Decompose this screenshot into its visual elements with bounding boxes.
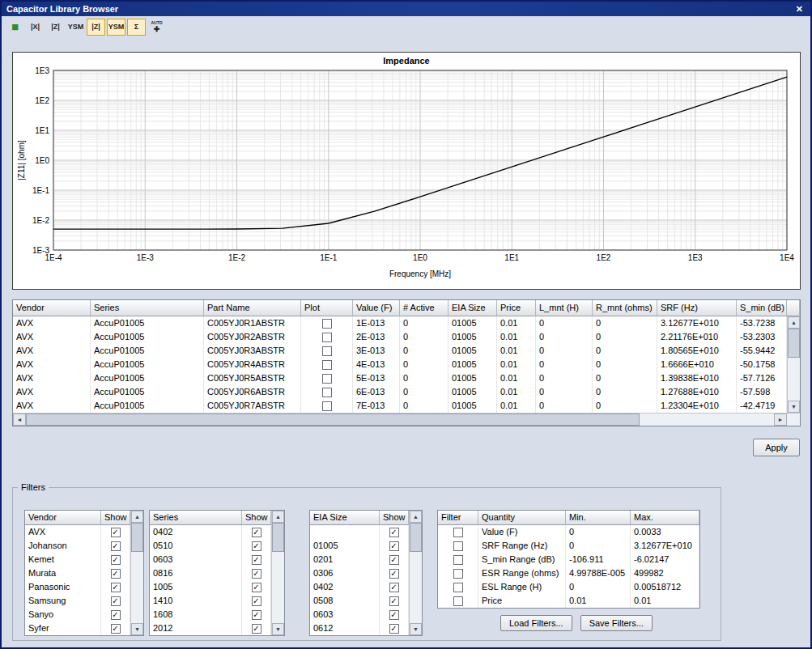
plot-checkbox[interactable] xyxy=(322,360,332,370)
plot-checkbox[interactable] xyxy=(322,374,332,384)
plot-checkbox[interactable] xyxy=(322,319,332,329)
column-header-2[interactable]: Part Name xyxy=(204,300,301,316)
show-checkbox[interactable]: ✓ xyxy=(389,624,399,634)
column-header-4[interactable]: Value (F) xyxy=(353,300,400,316)
scroll-down-button[interactable]: ▼ xyxy=(410,623,422,635)
show-checkbox[interactable]: ✓ xyxy=(389,569,399,579)
scatter-plot-icon[interactable]: ▦ xyxy=(6,19,24,36)
show-checkbox[interactable]: ✓ xyxy=(111,583,121,592)
filter-list-row[interactable]: 0201✓ xyxy=(310,553,409,566)
scroll-track[interactable] xyxy=(131,523,143,623)
column-header-7[interactable]: Price xyxy=(497,300,536,316)
filter-list-row[interactable]: 0603✓ xyxy=(150,553,271,566)
header-show[interactable]: Show xyxy=(101,511,130,525)
filter-list-row[interactable]: 1410✓ xyxy=(150,594,271,608)
filter-list-row[interactable]: Sanyo✓ xyxy=(25,608,130,621)
show-checkbox[interactable]: ✓ xyxy=(111,528,121,537)
filter-checkbox[interactable] xyxy=(453,596,463,606)
column-header-11[interactable]: S_min (dB) xyxy=(737,300,787,316)
hscroll-track[interactable] xyxy=(26,414,774,426)
filter-checkbox[interactable] xyxy=(453,541,463,551)
table-row[interactable]: AVXAccuP01005C005YJ0R4ABSTR4E-0130010050… xyxy=(13,358,787,371)
column-header-8[interactable]: L_mnt (H) xyxy=(536,300,593,316)
table-row[interactable]: AVXAccuP01005C005YJ0R1ABSTR1E-0130010050… xyxy=(13,316,787,330)
filter-checkbox[interactable] xyxy=(453,528,463,537)
table-row[interactable]: AVXAccuP01005C005YJ0R5ABSTR5E-0130010050… xyxy=(13,371,787,385)
show-checkbox[interactable]: ✓ xyxy=(111,596,121,606)
ysm-zsm-icon[interactable]: YSM xyxy=(66,19,85,36)
column-header-5[interactable]: # Active xyxy=(400,300,449,316)
filter-checkbox[interactable] xyxy=(453,555,463,565)
show-checkbox[interactable]: ✓ xyxy=(252,528,261,537)
scroll-thumb[interactable] xyxy=(272,523,284,552)
ysm-plot-icon[interactable]: YSM xyxy=(107,19,125,36)
show-checkbox[interactable]: ✓ xyxy=(389,610,399,620)
column-header-3[interactable]: Plot xyxy=(301,300,353,316)
filter-list-row[interactable]: 0612✓ xyxy=(310,621,409,635)
show-checkbox[interactable]: ✓ xyxy=(252,610,261,620)
x-magnitude-icon[interactable]: |X| xyxy=(26,19,45,36)
filter-list-row[interactable]: 0510✓ xyxy=(150,539,271,553)
scroll-up-button[interactable]: ▲ xyxy=(131,511,143,523)
scroll-track[interactable] xyxy=(410,523,422,623)
list-scrollbar[interactable]: ▲▼ xyxy=(130,511,143,635)
filter-list-row[interactable]: ✓ xyxy=(310,525,409,539)
filter-list-row[interactable]: Samsung✓ xyxy=(25,594,130,608)
quantity-header-3[interactable]: Max. xyxy=(631,511,699,525)
scroll-thumb[interactable] xyxy=(410,523,422,552)
table-horizontal-scrollbar[interactable]: ◄ ► xyxy=(13,413,800,426)
show-checkbox[interactable]: ✓ xyxy=(252,541,261,551)
z-magnitude-icon[interactable]: |Z| xyxy=(46,19,65,36)
scroll-left-button[interactable]: ◄ xyxy=(13,414,26,426)
auto-scale-icon[interactable]: AUTO✚ xyxy=(147,19,166,36)
show-checkbox[interactable]: ✓ xyxy=(252,555,261,565)
table-row[interactable]: AVXAccuP01005C005YJ0R6ABSTR6E-0130010050… xyxy=(13,385,787,399)
scroll-up-button[interactable]: ▲ xyxy=(272,511,284,523)
scroll-up-button[interactable]: ▲ xyxy=(410,511,422,523)
quantity-row[interactable]: Value (F)00.0033 xyxy=(438,525,699,539)
quantity-header-0[interactable]: Filter xyxy=(438,511,478,525)
title-bar[interactable]: Capacitor Library Browser ✕ xyxy=(2,2,810,16)
filter-list-row[interactable]: AVX✓ xyxy=(25,525,130,539)
filter-list-row[interactable]: Syfer✓ xyxy=(25,621,130,635)
header-Series[interactable]: Series xyxy=(150,511,242,525)
list-scrollbar[interactable]: ▲▼ xyxy=(271,511,284,635)
z-plot-icon[interactable]: |Z| xyxy=(87,19,105,36)
scroll-down-button[interactable]: ▼ xyxy=(131,623,143,635)
show-checkbox[interactable]: ✓ xyxy=(111,541,121,551)
filter-list-row[interactable]: 1005✓ xyxy=(150,580,271,594)
close-button[interactable]: ✕ xyxy=(793,4,806,15)
scroll-down-button[interactable]: ▼ xyxy=(272,623,284,635)
filter-checkbox[interactable] xyxy=(453,583,463,592)
column-header-0[interactable]: Vendor xyxy=(13,300,91,316)
scroll-up-button[interactable]: ▲ xyxy=(788,316,800,329)
column-header-6[interactable]: EIA Size xyxy=(449,300,497,316)
show-checkbox[interactable]: ✓ xyxy=(111,555,121,565)
show-checkbox[interactable]: ✓ xyxy=(111,610,121,620)
apply-button[interactable]: Apply xyxy=(753,439,800,456)
filter-list-row[interactable]: Kemet✓ xyxy=(25,553,130,566)
show-checkbox[interactable]: ✓ xyxy=(389,596,399,606)
plot-checkbox[interactable] xyxy=(322,388,332,397)
show-checkbox[interactable]: ✓ xyxy=(389,583,399,592)
filter-list-row[interactable]: 0508✓ xyxy=(310,594,409,608)
plot-checkbox[interactable] xyxy=(322,401,332,411)
filter-list-row[interactable]: 0603✓ xyxy=(310,608,409,621)
filter-list-row[interactable]: 0402✓ xyxy=(310,580,409,594)
quantity-row[interactable]: S_min Range (dB)-106.911-6.02147 xyxy=(438,553,699,566)
scroll-track[interactable] xyxy=(788,329,800,401)
show-checkbox[interactable]: ✓ xyxy=(111,569,121,579)
plot-checkbox[interactable] xyxy=(322,346,332,356)
table-row[interactable]: AVXAccuP01005C005YJ0R7ABSTR7E-0130010050… xyxy=(13,399,787,413)
filter-list-row[interactable]: Panasonic✓ xyxy=(25,580,130,594)
quantity-row[interactable]: ESR Range (ohms)4.99788E-005499982 xyxy=(438,566,699,580)
quantity-row[interactable]: SRF Range (Hz)03.12677E+010 xyxy=(438,539,699,553)
quantity-header-2[interactable]: Min. xyxy=(566,511,631,525)
filter-list-row[interactable]: 01005✓ xyxy=(310,539,409,553)
filter-list-row[interactable]: 1608✓ xyxy=(150,608,271,621)
table-vertical-scrollbar[interactable]: ▲▼ xyxy=(787,316,800,413)
scroll-right-button[interactable]: ► xyxy=(774,414,787,426)
filter-list-row[interactable]: 0816✓ xyxy=(150,566,271,580)
header-show[interactable]: Show xyxy=(380,511,409,525)
quantity-header-1[interactable]: Quantity xyxy=(478,511,566,525)
